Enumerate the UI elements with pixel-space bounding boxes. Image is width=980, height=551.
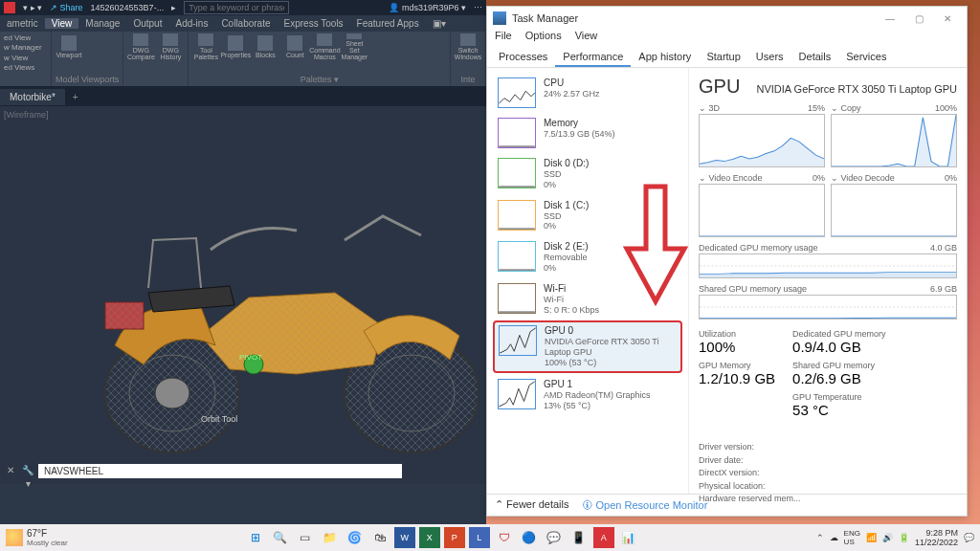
tab-express[interactable]: Express Tools bbox=[278, 18, 350, 29]
tab-startup[interactable]: Startup bbox=[699, 47, 747, 67]
tab-output[interactable]: Output bbox=[126, 18, 168, 29]
perf-item-gpu-1[interactable]: GPU 1AMD Radeon(TM) Graphics13% (55 °C) bbox=[493, 375, 682, 415]
onedrive-icon[interactable]: ☁ bbox=[830, 533, 838, 542]
tab-view[interactable]: View bbox=[45, 18, 79, 29]
gpu-chart-copy[interactable]: ⌄ Copy100% bbox=[831, 103, 957, 167]
battery-icon[interactable]: 🔋 bbox=[899, 533, 909, 542]
acad-titlebar: ▾ ▸ ▾ ↗ Share 14526024553B7-... ▸ 👤 mds3… bbox=[0, 0, 486, 15]
weather-widget[interactable]: 67°FMostly clear bbox=[6, 528, 68, 547]
tab-featured[interactable]: Featured Apps bbox=[350, 18, 426, 29]
command-line[interactable]: ✕ 🔧▾ bbox=[4, 461, 402, 480]
command-input[interactable] bbox=[38, 464, 402, 478]
viewport-config-button[interactable]: Viewport bbox=[56, 33, 82, 60]
perf-item-disk-1-c-[interactable]: Disk 1 (C:)SSD0% bbox=[493, 196, 682, 236]
user-menu[interactable]: 👤 mds319R39P6 ▾ bbox=[389, 3, 466, 12]
app2-icon[interactable]: 📱 bbox=[568, 527, 590, 548]
language-indicator[interactable]: ENGUS bbox=[844, 529, 860, 546]
tab-services[interactable]: Services bbox=[838, 47, 894, 67]
gpu-chart-3d[interactable]: ⌄ 3D15% bbox=[699, 103, 825, 167]
tab-parametric[interactable]: ametric bbox=[0, 18, 45, 29]
named-views-list[interactable]: ed View w Manager w View ed Views bbox=[4, 33, 47, 74]
menu-view[interactable]: View bbox=[575, 30, 598, 47]
perf-item-disk-0-d-[interactable]: Disk 0 (D:)SSD0% bbox=[493, 154, 682, 194]
tab-performance[interactable]: Performance bbox=[555, 47, 631, 67]
dwg-compare-button[interactable]: DWG Compare bbox=[127, 33, 154, 60]
clock[interactable]: 9:28 PM11/22/2022 bbox=[915, 528, 958, 547]
svg-text:Orbit Tool: Orbit Tool bbox=[201, 414, 237, 424]
menu-file[interactable]: File bbox=[495, 30, 512, 47]
taskview-button[interactable]: ▭ bbox=[295, 527, 316, 548]
maximize-button[interactable]: ▢ bbox=[905, 13, 932, 24]
autocad-window: ▾ ▸ ▾ ↗ Share 14526024553B7-... ▸ 👤 mds3… bbox=[0, 0, 486, 524]
tab-processes[interactable]: Processes bbox=[491, 47, 555, 67]
close-cmd-icon[interactable]: ✕ bbox=[4, 464, 17, 477]
perf-item-disk-2-e-[interactable]: Disk 2 (E:)Removable0% bbox=[493, 237, 682, 277]
tm-taskbar-icon[interactable]: 📊 bbox=[618, 527, 639, 548]
tool-palettes-button[interactable]: Tool Palettes bbox=[192, 33, 219, 60]
gpu-mem-chart-1[interactable]: Shared GPU memory usage6.9 GB bbox=[699, 284, 957, 320]
viewport[interactable]: [Wireframe] bbox=[0, 106, 486, 484]
sparkline-icon bbox=[498, 118, 536, 148]
command-macros-button[interactable]: Command Macros bbox=[311, 33, 338, 60]
tab-manage[interactable]: Manage bbox=[78, 18, 126, 29]
cmd-config-icon[interactable]: 🔧▾ bbox=[21, 464, 34, 477]
perf-item-cpu[interactable]: CPU24% 2.57 GHz bbox=[493, 74, 682, 112]
discord-icon[interactable]: 💬 bbox=[544, 527, 565, 548]
sparkline-icon bbox=[498, 283, 536, 314]
acad-logo-icon bbox=[4, 2, 15, 13]
menu-options[interactable]: Options bbox=[525, 30, 562, 47]
help-search-input[interactable] bbox=[184, 1, 289, 14]
autodesk-icon[interactable]: A bbox=[593, 527, 614, 548]
dwg-history-button[interactable]: DWG History bbox=[157, 33, 184, 60]
tab-collaborate[interactable]: Collaborate bbox=[214, 18, 277, 29]
explorer-icon[interactable]: 📁 bbox=[320, 527, 341, 548]
excel-icon[interactable]: X bbox=[419, 527, 440, 548]
windows-taskbar[interactable]: 67°FMostly clear ⊞ 🔍 ▭ 📁 🌀 🛍 W X P L 🛡 🔵… bbox=[0, 524, 980, 551]
tm-app-icon bbox=[493, 11, 506, 25]
tm-titlebar[interactable]: Task Manager — ▢ ✕ bbox=[487, 7, 967, 30]
wifi-icon[interactable]: 📶 bbox=[866, 533, 877, 542]
share-button[interactable]: ↗ Share bbox=[50, 3, 83, 12]
acad-ribbon-tabs: ametric View Manage Output Add-ins Colla… bbox=[0, 15, 486, 32]
tray-chevron-icon[interactable]: ⌃ bbox=[816, 533, 824, 542]
sheetset-button[interactable]: Sheet Set Manager bbox=[341, 33, 368, 60]
tab-more-icon[interactable]: ▣▾ bbox=[426, 18, 453, 29]
blocks-button[interactable]: Blocks bbox=[252, 33, 278, 60]
gpu-chart-video-encode[interactable]: ⌄ Video Encode0% bbox=[699, 173, 825, 237]
gpu-mem-chart-0[interactable]: Dedicated GPU memory usage4.0 GB bbox=[699, 243, 957, 278]
ppt-icon[interactable]: P bbox=[444, 527, 465, 548]
perf-item-gpu-0[interactable]: GPU 0NVIDIA GeForce RTX 3050 Ti Laptop G… bbox=[493, 320, 682, 372]
search-button[interactable]: 🔍 bbox=[270, 527, 291, 548]
app-icon[interactable]: L bbox=[469, 527, 490, 548]
svg-text:PIVOT: PIVOT bbox=[239, 353, 262, 362]
mcafee-icon[interactable]: 🛡 bbox=[494, 527, 515, 548]
properties-button[interactable]: Properties bbox=[222, 33, 249, 60]
tm-tabs: Processes Performance App history Startu… bbox=[487, 47, 967, 68]
close-button[interactable]: ✕ bbox=[934, 13, 961, 24]
minimize-button[interactable]: — bbox=[877, 13, 903, 24]
word-icon[interactable]: W bbox=[394, 527, 415, 548]
tab-addins[interactable]: Add-ins bbox=[168, 18, 214, 29]
gpu-stat-col: Dedicated GPU memory0.9/4.0 GBShared GPU… bbox=[792, 329, 886, 424]
perf-item-wi-fi[interactable]: Wi-FiWi-FiS: 0 R: 0 Kbps bbox=[493, 279, 682, 320]
gpu-driver-info: Driver version:Driver date:DirectX versi… bbox=[699, 441, 801, 506]
gpu-chart-video-decode[interactable]: ⌄ Video Decode0% bbox=[831, 173, 957, 237]
gpu-detail-pane: GPU NVIDIA GeForce RTX 3050 Ti Laptop GP… bbox=[688, 68, 967, 494]
doc-tab-motorbike[interactable]: Motorbike* bbox=[0, 89, 65, 105]
chrome-icon[interactable]: 🔵 bbox=[519, 527, 540, 548]
switch-windows-button[interactable]: Switch Windows bbox=[455, 33, 481, 60]
notifications-icon[interactable]: 💬 bbox=[964, 533, 974, 542]
edge-icon[interactable]: 🌀 bbox=[345, 527, 366, 548]
store-icon[interactable]: 🛍 bbox=[369, 527, 390, 548]
start-button[interactable]: ⊞ bbox=[245, 527, 266, 548]
fewer-details-button[interactable]: ⌃ Fewer details bbox=[495, 498, 568, 511]
system-tray[interactable]: ⌃ ☁ ENGUS 📶 🔊 🔋 9:28 PM11/22/2022 💬 bbox=[816, 528, 974, 547]
count-button[interactable]: Count bbox=[281, 33, 308, 60]
perf-item-memory[interactable]: Memory7.5/13.9 GB (54%) bbox=[493, 114, 682, 152]
tab-details[interactable]: Details bbox=[791, 47, 839, 67]
tab-users[interactable]: Users bbox=[748, 47, 791, 67]
new-tab-button[interactable]: + bbox=[65, 92, 86, 102]
open-resmon-link[interactable]: 🛈 Open Resource Monitor bbox=[582, 499, 707, 511]
volume-icon[interactable]: 🔊 bbox=[882, 533, 893, 542]
tab-apphistory[interactable]: App history bbox=[631, 47, 699, 67]
